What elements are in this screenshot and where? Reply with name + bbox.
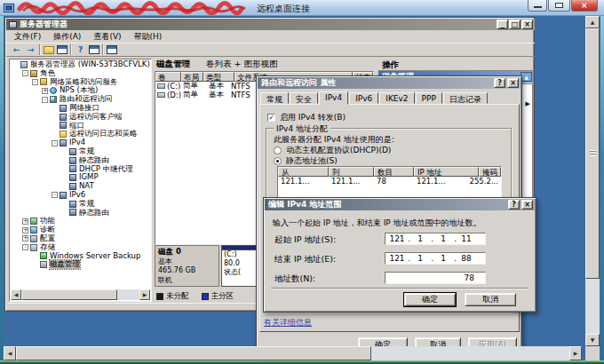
scroll-left-icon[interactable]: ◀ — [11, 289, 21, 300]
scroll-right-icon[interactable]: ▶ — [139, 289, 150, 300]
close-dialog-button[interactable]: × — [521, 200, 533, 210]
vertical-scroll-thumb[interactable] — [585, 28, 600, 279]
rdp-vertical-scrollbar[interactable]: ▲ ▼ — [585, 16, 600, 346]
minimize-button[interactable] — [528, 0, 547, 12]
tree-item[interactable]: Windows Server Backup — [11, 252, 150, 261]
expand-toggle-icon[interactable]: - — [32, 79, 38, 85]
expand-toggle-icon[interactable]: + — [42, 88, 48, 94]
start-ip-input[interactable]: 1211111 — [385, 233, 486, 245]
tab[interactable]: IPv6 — [349, 92, 378, 104]
edit-dialog-titlebar[interactable]: 编辑 IPv4 地址范围 ? × — [265, 199, 535, 210]
edit-ipv4-range-dialog: 编辑 IPv4 地址范围 ? × 输入一个起始 IP 地址，和结束 IP 地址或… — [263, 197, 536, 313]
edit-cancel-button[interactable]: 取消 — [465, 293, 516, 306]
pool-row[interactable]: 121.1...121.1...78121.1...255.2... — [278, 177, 501, 186]
pool-column-header[interactable]: 掩码 — [479, 167, 501, 177]
ip-octet[interactable]: 88 — [455, 254, 478, 264]
disk0-type: 基本 — [158, 257, 172, 265]
ip-octet[interactable]: 1 — [432, 234, 455, 244]
tree-item[interactable]: 服务器管理器 (WIN-S3T3BCFVLK) — [11, 60, 150, 69]
dhcp-radio[interactable] — [274, 146, 282, 154]
server-tree: 服务器管理器 (WIN-S3T3BCFVLK) - 角色 - 网络策略和访问服务… — [11, 60, 150, 289]
pool-column-header[interactable]: IP 地址 — [414, 167, 479, 177]
ip-octet[interactable]: 11 — [455, 234, 478, 244]
tree-horizontal-scrollbar[interactable]: ◀ ▶ — [11, 289, 150, 300]
pool-column-header[interactable]: 数目 — [374, 167, 414, 177]
disk0-info-box[interactable]: 磁盘 0 基本 465.76 GB 联机 — [155, 245, 219, 287]
expand-toggle-icon[interactable]: + — [22, 218, 28, 225]
ip-octet[interactable]: 121 — [385, 234, 409, 244]
ip-octet[interactable]: 1 — [432, 254, 455, 264]
ip-octet[interactable]: 1 — [409, 254, 432, 264]
tree-item-icon — [30, 244, 37, 251]
ip-octet[interactable]: 121 — [385, 254, 409, 264]
expand-toggle-icon[interactable]: - — [42, 97, 48, 103]
sm-maximize-button[interactable]: □ — [509, 20, 521, 29]
tab[interactable]: IKEv2 — [379, 92, 414, 104]
horizontal-scroll-thumb[interactable] — [16, 346, 371, 360]
tab[interactable]: 安全 — [290, 92, 318, 104]
menu-item[interactable]: 文件(F) — [8, 31, 47, 43]
ipv4-forwarding-checkbox[interactable]: ✓ — [267, 114, 275, 122]
toolbar-separator[interactable] — [102, 44, 104, 55]
menu-item[interactable]: 查看(V) — [87, 31, 127, 43]
server-manager-titlebar[interactable]: 服务器管理器 _ □ × — [6, 19, 535, 30]
pool-column-header[interactable]: 到 — [329, 167, 374, 177]
forward-arrow-icon[interactable]: → — [25, 44, 36, 55]
static-pool-radio[interactable] — [274, 157, 282, 165]
help-button[interactable]: ? — [494, 78, 505, 88]
tree-item[interactable]: 静态路由 — [11, 209, 150, 218]
console-window-icon[interactable] — [89, 45, 99, 54]
pool-cell: 121.1... — [414, 177, 467, 186]
tree-item[interactable]: + 诊断 — [11, 226, 150, 234]
volume-icon — [157, 92, 165, 98]
tree-item[interactable]: 磁盘管理 — [11, 260, 150, 269]
back-arrow-icon[interactable]: ← — [11, 44, 22, 55]
scroll-up-icon[interactable]: ▲ — [585, 16, 600, 28]
menu-item[interactable]: 帮助(H) — [128, 31, 169, 43]
scroll-right-icon[interactable]: ▶ — [569, 346, 582, 360]
scroll-down-icon[interactable]: ▼ — [585, 334, 600, 346]
rdp-horizontal-scrollbar[interactable]: ◀ ▶ — [4, 346, 582, 360]
tab[interactable]: 常规 — [260, 92, 289, 104]
sm-close-button[interactable]: × — [521, 20, 533, 29]
tab[interactable]: 日志记录 — [443, 92, 488, 104]
end-ip-input[interactable]: 1211188 — [385, 252, 486, 265]
expand-toggle-icon[interactable]: + — [22, 235, 28, 241]
menu-item[interactable]: 操作(A) — [47, 31, 87, 43]
tree-scroll-thumb[interactable] — [21, 289, 117, 300]
help-icon[interactable]: ? — [75, 44, 86, 55]
more-info-link[interactable]: 有关详细信息 — [264, 317, 312, 328]
toolbar-separator[interactable] — [70, 44, 72, 55]
tab[interactable]: PPP — [416, 92, 442, 104]
volume-column-header[interactable]: 卷 — [155, 72, 181, 82]
expand-toggle-icon[interactable]: - — [22, 244, 28, 250]
legend-item: 未分配 — [156, 291, 189, 302]
close-dialog-button[interactable]: × — [507, 78, 519, 88]
expand-toggle-icon[interactable]: - — [52, 140, 58, 146]
tree-item[interactable]: + 配置 — [11, 234, 150, 243]
tree-item[interactable]: + 功能 — [11, 217, 150, 226]
pool-cell: 121.1... — [278, 177, 329, 186]
close-button[interactable]: × — [571, 0, 598, 12]
tab[interactable]: IPv4 — [319, 91, 348, 105]
pool-column-header[interactable]: 从 — [278, 167, 329, 177]
scroll-left-icon[interactable]: ◀ — [4, 346, 16, 360]
toolbar-separator[interactable] — [39, 44, 41, 55]
folder-icon[interactable] — [44, 46, 54, 54]
export-window-icon[interactable] — [107, 45, 117, 54]
ip-octet[interactable]: 1 — [409, 234, 432, 244]
properties-dialog-title: 路由和远程访问 属性 — [261, 77, 336, 89]
expand-toggle-icon[interactable]: + — [22, 227, 28, 233]
help-button[interactable]: ? — [508, 200, 520, 210]
properties-dialog-titlebar[interactable]: 路由和远程访问 属性 ? × — [258, 77, 521, 89]
tree-item-icon — [69, 157, 76, 164]
tree-item-icon — [20, 61, 28, 68]
edit-ok-button[interactable]: 确定 — [404, 293, 456, 306]
disk0-size: 465.76 GB — [158, 266, 195, 274]
expand-toggle-icon[interactable]: - — [22, 70, 28, 76]
expand-toggle-icon[interactable]: - — [52, 192, 58, 198]
sm-minimize-button[interactable]: _ — [497, 20, 508, 29]
address-count-input[interactable]: 78 — [385, 272, 486, 284]
maximize-button[interactable] — [548, 0, 570, 12]
console-window-icon[interactable] — [57, 45, 68, 54]
